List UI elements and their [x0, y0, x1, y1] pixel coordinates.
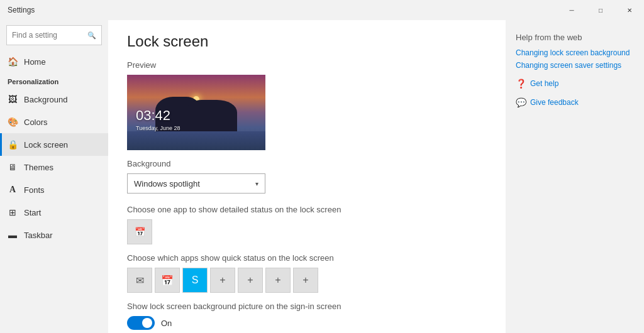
- main-content: Lock screen Preview 03:42 Tuesday, June …: [108, 20, 506, 333]
- search-input[interactable]: [12, 31, 85, 40]
- preview-time: 03:42: [136, 107, 170, 124]
- search-icon: 🔍: [87, 31, 96, 40]
- quick-tile-add-1[interactable]: +: [210, 268, 235, 293]
- sidebar-background-label: Background: [24, 95, 67, 104]
- quick-tile-add-3[interactable]: +: [265, 268, 291, 293]
- water-decoration: [127, 131, 265, 150]
- detailed-status-app-tile[interactable]: 📅: [127, 219, 152, 244]
- quick-tile-mail[interactable]: ✉: [127, 268, 152, 293]
- sidebar-item-start[interactable]: ⊞ Start: [0, 201, 108, 224]
- app-title: Settings: [8, 6, 35, 14]
- toggle-state-label: On: [161, 319, 172, 328]
- background-icon: 🖼: [8, 94, 18, 104]
- app-body: 🔍 🏠 Home Personalization 🖼 Background 🎨 …: [0, 20, 644, 333]
- background-dropdown-value: Windows spotlight: [134, 179, 200, 188]
- help-panel: Help from the web Changing lock screen b…: [506, 20, 644, 333]
- quick-tile-skype[interactable]: S: [182, 268, 208, 293]
- sidebar-item-home[interactable]: 🏠 Home: [0, 50, 108, 73]
- quick-status-label: Choose which apps show quick status on t…: [127, 253, 487, 263]
- themes-icon: 🖥: [8, 162, 18, 172]
- fonts-icon: A: [8, 185, 18, 195]
- sign-in-label: Show lock screen background picture on t…: [127, 302, 487, 311]
- close-button[interactable]: ✕: [615, 0, 644, 20]
- feedback-label: Give feedback: [530, 98, 579, 107]
- quick-tile-add-2[interactable]: +: [238, 268, 263, 293]
- sidebar-item-taskbar[interactable]: ▬ Taskbar: [0, 224, 108, 246]
- quick-tile-add-4[interactable]: +: [293, 268, 318, 293]
- sidebar-item-colors[interactable]: 🎨 Colors: [0, 111, 108, 133]
- sidebar-item-themes[interactable]: 🖥 Themes: [0, 156, 108, 178]
- sidebar-start-label: Start: [24, 208, 41, 217]
- window-controls: ─ □ ✕: [557, 0, 644, 20]
- sidebar-lockscreen-label: Lock screen: [24, 140, 68, 150]
- get-help-icon: ❓: [516, 79, 526, 89]
- give-feedback-button[interactable]: 💬 Give feedback: [516, 97, 634, 107]
- page-title: Lock screen: [127, 33, 487, 50]
- quick-tile-calendar[interactable]: 📅: [155, 268, 180, 293]
- search-box[interactable]: 🔍: [6, 25, 102, 45]
- calendar-icon: 📅: [135, 227, 145, 237]
- titlebar: Settings ─ □ ✕: [0, 0, 644, 20]
- help-link-1[interactable]: Changing lock screen background: [516, 48, 634, 57]
- sidebar-item-background[interactable]: 🖼 Background: [0, 88, 108, 111]
- preview-date: Tuesday, June 28: [136, 125, 180, 131]
- get-help-button[interactable]: ❓ Get help: [516, 79, 634, 89]
- sign-in-toggle-row: On: [127, 316, 487, 330]
- start-icon: ⊞: [8, 207, 18, 217]
- get-help-label: Get help: [530, 79, 558, 88]
- sidebar-item-lock-screen[interactable]: 🔒 Lock screen: [0, 133, 108, 156]
- colors-icon: 🎨: [8, 117, 18, 127]
- preview-label: Preview: [127, 60, 487, 70]
- toggle-knob: [142, 318, 152, 328]
- help-title: Help from the web: [516, 33, 634, 42]
- quick-status-tiles: ✉ 📅 S + + + +: [127, 268, 487, 293]
- feedback-icon: 💬: [516, 97, 526, 107]
- minimize-button[interactable]: ─: [557, 0, 586, 20]
- island-right: [187, 100, 237, 131]
- sidebar-fonts-label: Fonts: [24, 185, 45, 195]
- chevron-down-icon: ▾: [255, 180, 258, 187]
- lock-screen-preview: 03:42 Tuesday, June 28: [127, 75, 265, 150]
- detailed-status-label: Choose one app to show detailed status o…: [127, 205, 487, 214]
- sidebar-themes-label: Themes: [24, 163, 53, 172]
- background-dropdown[interactable]: Windows spotlight ▾: [127, 173, 265, 194]
- sidebar: 🔍 🏠 Home Personalization 🖼 Background 🎨 …: [0, 20, 108, 333]
- sidebar-section-label: Personalization: [0, 73, 108, 88]
- help-link-2[interactable]: Changing screen saver settings: [516, 61, 634, 70]
- sidebar-taskbar-label: Taskbar: [24, 231, 53, 240]
- sidebar-home-label: Home: [24, 57, 46, 67]
- sidebar-colors-label: Colors: [24, 117, 48, 127]
- sign-in-toggle[interactable]: [127, 316, 155, 330]
- background-label: Background: [127, 159, 487, 168]
- sidebar-item-fonts[interactable]: A Fonts: [0, 178, 108, 201]
- restore-button[interactable]: □: [586, 0, 615, 20]
- home-icon: 🏠: [8, 57, 18, 67]
- background-dropdown-wrapper: Windows spotlight ▾: [127, 173, 487, 194]
- lock-screen-icon: 🔒: [8, 139, 18, 150]
- taskbar-icon: ▬: [8, 230, 18, 240]
